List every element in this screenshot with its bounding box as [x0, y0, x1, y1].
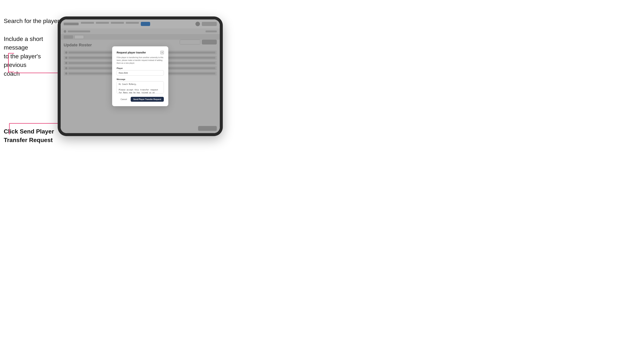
- modal-description: If the player is transferring from anoth…: [117, 56, 164, 64]
- modal-dialog: Request player transfer × If the player …: [112, 46, 168, 106]
- modal-close-button[interactable]: ×: [160, 51, 164, 54]
- annotation-message: Include a short message to the player's …: [4, 35, 56, 78]
- annotation-click: Click Send Player Transfer Request: [4, 127, 54, 145]
- modal-title: Request player transfer: [117, 51, 146, 54]
- modal-overlay: Request player transfer × If the player …: [61, 19, 220, 133]
- tablet-screen: Update Roster: [61, 19, 220, 133]
- tablet-device: Update Roster: [58, 16, 223, 136]
- cancel-button[interactable]: Cancel: [119, 97, 129, 102]
- player-input[interactable]: [117, 70, 164, 76]
- send-transfer-request-button[interactable]: Send Player Transfer Request: [131, 97, 164, 102]
- message-label: Message: [117, 78, 164, 80]
- annotation-search: Search for the player.: [4, 17, 61, 25]
- player-label: Player: [117, 67, 164, 69]
- modal-footer: Cancel Send Player Transfer Request: [117, 97, 164, 102]
- modal-header: Request player transfer ×: [117, 51, 164, 54]
- message-textarea[interactable]: Hi Coach McHarg, Please accept this tran…: [117, 81, 164, 93]
